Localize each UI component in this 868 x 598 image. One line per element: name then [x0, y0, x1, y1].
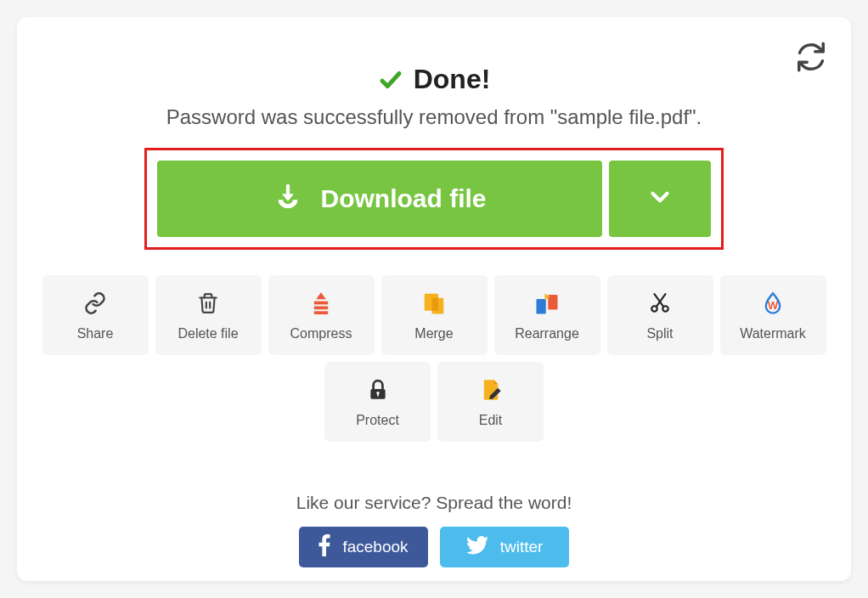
- download-options-button[interactable]: [609, 161, 711, 237]
- delete-file-button[interactable]: Delete file: [155, 275, 262, 355]
- action-label: Compress: [290, 326, 352, 341]
- svg-rect-8: [432, 298, 439, 311]
- svg-line-14: [657, 294, 666, 307]
- spread-section: Like our service? Spread the word! faceb…: [17, 493, 851, 567]
- lock-icon: [367, 375, 389, 404]
- edit-icon: [479, 375, 503, 404]
- refresh-button[interactable]: [795, 41, 827, 73]
- merge-icon: [421, 289, 447, 318]
- svg-rect-19: [377, 393, 379, 396]
- merge-button[interactable]: Merge: [381, 275, 488, 355]
- edit-button[interactable]: Edit: [437, 362, 544, 442]
- svg-rect-4: [314, 307, 328, 310]
- facebook-icon: [318, 534, 330, 561]
- share-button[interactable]: Share: [42, 275, 149, 355]
- checkmark-icon: [378, 67, 403, 93]
- compress-button[interactable]: Compress: [268, 275, 375, 355]
- protect-button[interactable]: Protect: [324, 362, 431, 442]
- action-label: Share: [77, 326, 114, 341]
- rearrange-icon: [533, 289, 561, 318]
- action-label: Protect: [356, 413, 399, 428]
- actions-grid: Share Delete file Compress Merge Rearran: [39, 275, 829, 442]
- svg-marker-20: [493, 380, 498, 384]
- watermark-button[interactable]: W Watermark: [720, 275, 826, 355]
- result-card: Done! Password was successfully removed …: [17, 17, 851, 581]
- download-icon: [273, 182, 302, 217]
- page-title: Done!: [414, 64, 491, 95]
- download-file-button[interactable]: Download file: [157, 161, 602, 237]
- twitter-share-button[interactable]: twitter: [440, 527, 569, 567]
- facebook-label: facebook: [342, 538, 408, 556]
- facebook-share-button[interactable]: facebook: [299, 527, 428, 567]
- svg-marker-2: [316, 292, 326, 299]
- action-label: Edit: [479, 413, 503, 428]
- action-label: Delete file: [178, 326, 238, 341]
- twitter-icon: [466, 536, 488, 559]
- scissors-icon: [649, 289, 671, 318]
- split-button[interactable]: Split: [607, 275, 713, 355]
- twitter-label: twitter: [500, 538, 544, 556]
- page-subtitle: Password was successfully removed from "…: [17, 105, 851, 129]
- action-label: Rearrange: [515, 326, 579, 341]
- social-buttons: facebook twitter: [17, 527, 851, 567]
- download-file-label: Download file: [321, 184, 487, 213]
- chevron-down-icon: [645, 183, 674, 215]
- action-label: Merge: [414, 326, 453, 341]
- title-line: Done!: [17, 64, 851, 95]
- spread-text: Like our service? Spread the word!: [17, 493, 851, 513]
- compress-icon: [309, 289, 333, 318]
- svg-rect-9: [537, 299, 546, 314]
- svg-rect-3: [314, 302, 328, 305]
- action-label: Split: [646, 326, 673, 341]
- svg-text:W: W: [768, 299, 779, 312]
- link-icon: [83, 289, 107, 318]
- download-highlight-box: Download file: [144, 148, 724, 250]
- action-label: Watermark: [740, 326, 806, 341]
- rearrange-button[interactable]: Rearrange: [494, 275, 600, 355]
- trash-icon: [197, 289, 219, 318]
- watermark-icon: W: [761, 289, 785, 318]
- svg-rect-5: [314, 311, 328, 314]
- refresh-icon: [795, 41, 827, 73]
- svg-line-15: [655, 294, 664, 307]
